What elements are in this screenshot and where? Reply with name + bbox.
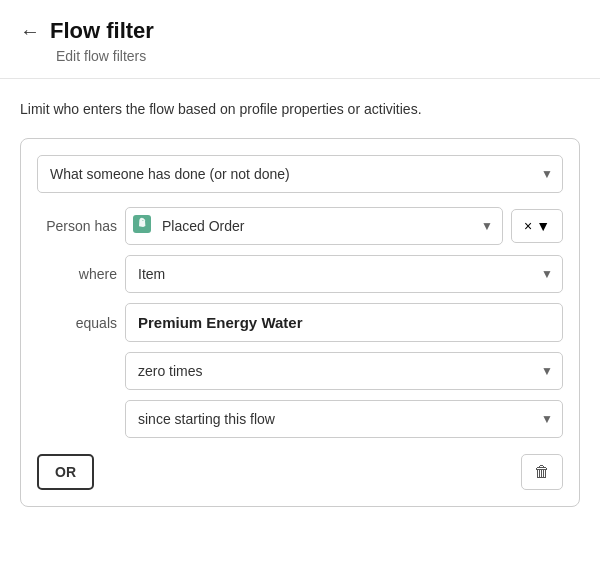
equals-content [125,303,563,342]
placed-order-select-wrapper[interactable]: Placed Order ▼ [125,207,503,245]
activity-type-select[interactable]: What someone has done (or not done) Prop… [37,155,563,193]
person-has-content: Placed Order ▼ × ▼ [125,207,563,245]
item-select[interactable]: Item Category Order Total [125,255,563,293]
person-has-label: Person has [37,218,117,234]
content-area: Limit who enters the flow based on profi… [0,79,600,527]
back-button[interactable]: ← [20,21,40,41]
description-text: Limit who enters the flow based on profi… [20,99,580,120]
delete-button[interactable]: 🗑 [521,454,563,490]
since-content: since starting this flow in the last 30 … [125,400,563,438]
where-row: where Item Category Order Total ▼ [37,255,563,293]
trash-icon: 🗑 [534,463,550,480]
filter-funnel-icon: ▼ [536,218,550,234]
since-row: since starting this flow in the last 30 … [37,400,563,438]
where-label: where [37,266,117,282]
placed-order-select[interactable]: Placed Order [125,207,503,245]
page-subtitle: Edit flow filters [20,48,580,64]
zero-times-select-wrapper[interactable]: zero times at least once exactly ▼ [125,352,563,390]
equals-label: equals [37,315,117,331]
activity-type-select-wrapper[interactable]: What someone has done (or not done) Prop… [37,155,563,193]
top-dropdown-wrapper: What someone has done (or not done) Prop… [37,155,563,193]
since-select-wrapper[interactable]: since starting this flow in the last 30 … [125,400,563,438]
where-content: Item Category Order Total ▼ [125,255,563,293]
header: ← Flow filter Edit flow filters [0,0,600,79]
frequency-content: zero times at least once exactly ▼ [125,352,563,390]
equals-input[interactable] [125,303,563,342]
frequency-row: zero times at least once exactly ▼ [37,352,563,390]
footer-row: OR 🗑 [37,454,563,490]
item-select-wrapper[interactable]: Item Category Order Total ▼ [125,255,563,293]
filter-card: What someone has done (or not done) Prop… [20,138,580,507]
or-button[interactable]: OR [37,454,94,490]
zero-times-select[interactable]: zero times at least once exactly [125,352,563,390]
filter-button[interactable]: × ▼ [511,209,563,243]
page-title: Flow filter [50,18,154,44]
clear-filter-icon: × [524,218,532,234]
person-has-row: Person has Placed Order ▼ [37,207,563,245]
since-select[interactable]: since starting this flow in the last 30 … [125,400,563,438]
equals-row: equals [37,303,563,342]
